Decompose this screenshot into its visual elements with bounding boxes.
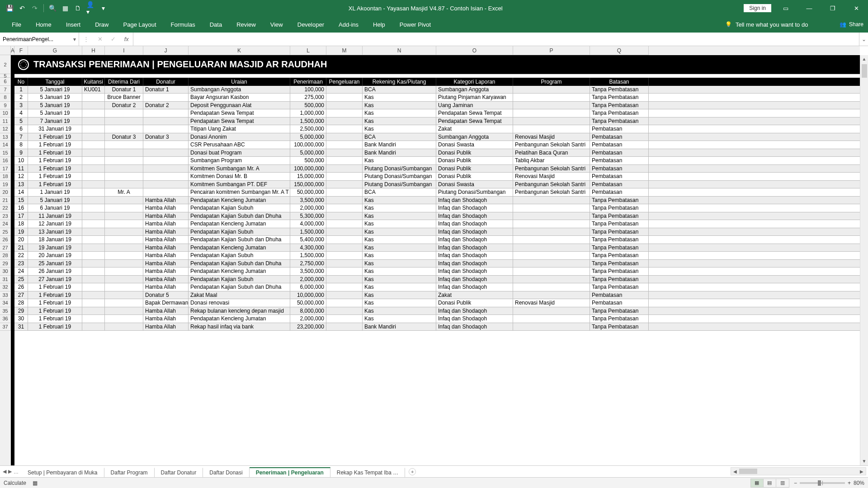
name-box-input[interactable] — [3, 36, 66, 42]
cell-pengeluaran[interactable] — [326, 307, 363, 315]
cell-donatur[interactable]: Hamba Allah — [143, 212, 189, 220]
hscroll-thumb[interactable] — [739, 469, 757, 474]
cell-diterima[interactable] — [105, 236, 143, 244]
table-row[interactable]: 301 Februari 19Hamba AllahPendapatan Ken… — [14, 315, 860, 323]
table-row[interactable]: 81 Februari 19CSR Perusahaan ABC100,000,… — [14, 141, 860, 149]
row-header-37[interactable]: 37 — [0, 323, 11, 331]
cell-batasan[interactable]: Tanpa Pembatasan — [590, 307, 649, 315]
cell-diterima[interactable] — [105, 197, 143, 204]
cell-rekening[interactable]: Kas — [363, 244, 436, 252]
row-header-14[interactable]: 14 — [0, 141, 11, 149]
cell-kategori[interactable]: Donasi Swasta — [436, 181, 513, 188]
cell-kategori[interactable]: Pendapatan Sewa Tempat — [436, 109, 513, 117]
save-icon[interactable]: 💾 — [5, 4, 14, 12]
cell-diterima[interactable] — [105, 149, 143, 157]
cell-batasan[interactable]: Tanpa Pembatasan — [590, 86, 649, 94]
cell-uraian[interactable]: Pendapatan Kajian Subuh dan Dhuha — [189, 236, 290, 244]
cell-batasan[interactable]: Tanpa Pembatasan — [590, 102, 649, 109]
cell-batasan[interactable]: Tanpa Pembatasan — [590, 109, 649, 117]
cell-donatur[interactable] — [143, 188, 189, 196]
cell-batasan[interactable]: Pembatasan — [590, 141, 649, 149]
hscroll-track[interactable] — [739, 468, 858, 475]
cell-diterima[interactable] — [105, 228, 143, 236]
cell-kategori[interactable]: Infaq dan Shodaqoh — [436, 307, 513, 315]
tab-more-icon[interactable]: … — [14, 469, 19, 474]
cell-program[interactable] — [513, 204, 590, 212]
cell-batasan[interactable]: Pembatasan — [590, 181, 649, 188]
cell-program[interactable] — [513, 228, 590, 236]
cell-no[interactable]: 28 — [14, 299, 28, 307]
cell-tanggal[interactable]: 1 Februari 19 — [28, 323, 82, 331]
row-header-5[interactable]: 5 — [0, 74, 11, 78]
zoom-out-button[interactable]: − — [794, 480, 797, 486]
cell-no[interactable]: 13 — [14, 181, 28, 188]
cell-kuitansi[interactable] — [82, 220, 105, 228]
horizontal-scrollbar[interactable]: ◀ ▶ — [731, 467, 866, 475]
cell-rekening[interactable]: Kas — [363, 109, 436, 117]
cell-batasan[interactable]: Pembatasan — [590, 149, 649, 157]
cells-area[interactable]: TRANSAKSI PENERIMAAN | PENGELUARAN MASJI… — [11, 55, 860, 465]
cell-program[interactable]: Pelatihan Baca Quran — [513, 149, 590, 157]
cell-uraian[interactable]: Pendapatan Kajian Subuh — [189, 228, 290, 236]
cell-diterima[interactable] — [105, 125, 143, 133]
ribbon-tab-view[interactable]: View — [263, 18, 290, 32]
row-header-26[interactable]: 26 — [0, 236, 11, 244]
cell-tanggal[interactable]: 19 Januari 19 — [28, 244, 82, 252]
cell-no[interactable]: 27 — [14, 291, 28, 299]
cell-no[interactable]: 18 — [14, 220, 28, 228]
cell-uraian[interactable]: Pendapatan Sewa Tempat — [189, 117, 290, 125]
cell-batasan[interactable]: Tanpa Pembatasan — [590, 315, 649, 323]
cell-penerimaan[interactable]: 15,000,000 — [290, 173, 326, 180]
col-header-P[interactable]: P — [513, 46, 590, 55]
cell-pengeluaran[interactable] — [326, 109, 363, 117]
cell-pengeluaran[interactable] — [326, 244, 363, 252]
cell-tanggal[interactable]: 1 Februari 19 — [28, 157, 82, 164]
cell-diterima[interactable] — [105, 267, 143, 275]
row-header-27[interactable]: 27 — [0, 244, 11, 252]
cell-tanggal[interactable]: 6 Januari 19 — [28, 204, 82, 212]
cell-penerimaan[interactable]: 8,000,000 — [290, 307, 326, 315]
cell-rekening[interactable]: Kas — [363, 212, 436, 220]
cell-diterima[interactable] — [105, 252, 143, 259]
cell-kategori[interactable]: Infaq dan Shodaqoh — [436, 252, 513, 259]
cell-pengeluaran[interactable] — [326, 141, 363, 149]
cell-kuitansi[interactable] — [82, 157, 105, 164]
ribbon-tab-page-layout[interactable]: Page Layout — [116, 18, 164, 32]
cell-program[interactable] — [513, 307, 590, 315]
cell-kategori[interactable]: Infaq dan Shodaqoh — [436, 260, 513, 267]
cell-diterima[interactable]: Mr. A — [105, 188, 143, 196]
ribbon-tab-data[interactable]: Data — [203, 18, 229, 32]
cell-pengeluaran[interactable] — [326, 212, 363, 220]
ribbon-tab-developer[interactable]: Developer — [290, 18, 331, 32]
scroll-down-icon[interactable]: ▼ — [860, 457, 868, 465]
col-header-O[interactable]: O — [436, 46, 513, 55]
row-header-34[interactable]: 34 — [0, 299, 11, 307]
cell-rekening[interactable]: Kas — [363, 94, 436, 101]
cell-program[interactable]: Penbangunan Sekolah Santri — [513, 181, 590, 188]
cell-diterima[interactable] — [105, 283, 143, 291]
new-sheet-button[interactable]: + — [409, 468, 416, 475]
table-row[interactable]: 2018 Januari 19Hamba AllahPendapatan Kaj… — [14, 236, 860, 244]
name-box[interactable]: ▾ — [0, 33, 79, 46]
cell-uraian[interactable]: Donasi Anonim — [189, 133, 290, 141]
cell-tanggal[interactable]: 5 Januari 19 — [28, 94, 82, 101]
cell-program[interactable] — [513, 109, 590, 117]
cell-rekening[interactable]: Kas — [363, 197, 436, 204]
cancel-icon[interactable]: ✕ — [98, 36, 103, 42]
zoom-slider[interactable] — [800, 482, 845, 484]
cell-donatur[interactable] — [143, 181, 189, 188]
sheet-tab[interactable]: Daftar Donatur — [155, 468, 203, 477]
cell-penerimaan[interactable]: 150,000,000 — [290, 181, 326, 188]
cell-no[interactable]: 2 — [14, 94, 28, 101]
cell-uraian[interactable]: Pendapatan Kajian Subuh dan Dhuha — [189, 283, 290, 291]
zoom-knob[interactable] — [818, 480, 821, 486]
cell-no[interactable]: 23 — [14, 260, 28, 267]
cell-diterima[interactable] — [105, 315, 143, 323]
cell-no[interactable]: 7 — [14, 133, 28, 141]
cell-kategori[interactable]: Donasi Publik — [436, 299, 513, 307]
cell-tanggal[interactable]: 1 Februari 19 — [28, 283, 82, 291]
cell-uraian[interactable]: Pendapatan Kencleng Jumatan — [189, 244, 290, 252]
cell-no[interactable]: 17 — [14, 212, 28, 220]
minimize-button[interactable]: — — [800, 1, 818, 15]
cell-rekening[interactable]: Kas — [363, 125, 436, 133]
